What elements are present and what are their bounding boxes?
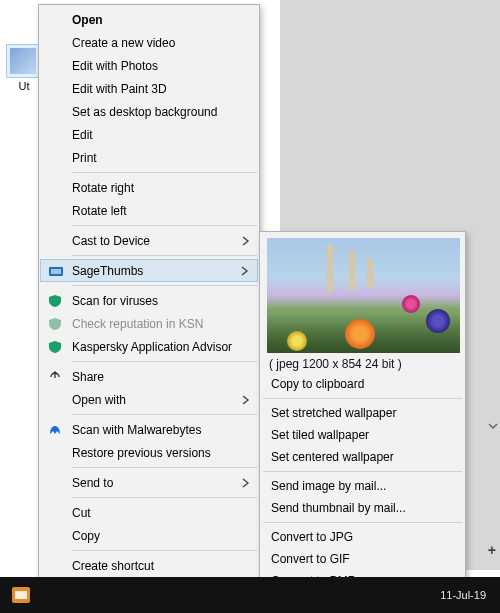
- menu-scan-viruses[interactable]: Scan for viruses: [40, 289, 258, 312]
- menu-label: Send image by mail...: [271, 479, 386, 493]
- file-label: Ut: [6, 80, 42, 92]
- menu-restore-previous[interactable]: Restore previous versions: [40, 441, 258, 464]
- menu-label: Cut: [72, 506, 91, 520]
- menu-label: Edit: [72, 128, 93, 142]
- shield-icon: [47, 316, 63, 332]
- submenu-convert-jpg[interactable]: Convert to JPG: [261, 526, 464, 548]
- menu-separator: [263, 398, 462, 399]
- menu-set-desktop-bg[interactable]: Set as desktop background: [40, 100, 258, 123]
- submenu-wall-centered[interactable]: Set centered wallpaper: [261, 446, 464, 468]
- selected-file[interactable]: Ut: [6, 44, 42, 104]
- menu-open[interactable]: Open: [40, 8, 258, 31]
- menu-check-ksn: Check reputation in KSN: [40, 312, 258, 335]
- scrollbar-down-icon[interactable]: [487, 420, 499, 435]
- shield-icon: [47, 339, 63, 355]
- menu-label: Edit with Photos: [72, 59, 158, 73]
- chevron-right-icon: [241, 266, 249, 276]
- menu-edit-photos[interactable]: Edit with Photos: [40, 54, 258, 77]
- menu-label: Restore previous versions: [72, 446, 211, 460]
- submenu-mail-image[interactable]: Send image by mail...: [261, 475, 464, 497]
- taskbar-date[interactable]: 11-Jul-19: [426, 589, 500, 601]
- context-menu: Open Create a new video Edit with Photos…: [38, 4, 260, 613]
- submenu-convert-gif[interactable]: Convert to GIF: [261, 548, 464, 570]
- submenu-wall-tiled[interactable]: Set tiled wallpaper: [261, 424, 464, 446]
- image-preview: [267, 238, 460, 353]
- menu-separator: [72, 467, 257, 468]
- share-icon: [47, 369, 63, 385]
- menu-rotate-right[interactable]: Rotate right: [40, 176, 258, 199]
- submenu-mail-thumb[interactable]: Send thumbnail by mail...: [261, 497, 464, 519]
- menu-separator: [72, 225, 257, 226]
- file-thumbnail: [6, 44, 40, 78]
- menu-label: Rotate right: [72, 181, 134, 195]
- menu-label: Convert to JPG: [271, 530, 353, 544]
- menu-label: Convert to GIF: [271, 552, 350, 566]
- malwarebytes-icon: [47, 422, 63, 438]
- menu-separator: [72, 172, 257, 173]
- menu-kaspersky-advisor[interactable]: Kaspersky Application Advisor: [40, 335, 258, 358]
- zoom-plus-icon[interactable]: +: [488, 542, 496, 558]
- menu-label: Create shortcut: [72, 559, 154, 573]
- menu-edit[interactable]: Edit: [40, 123, 258, 146]
- menu-label: Scan with Malwarebytes: [72, 423, 201, 437]
- menu-separator: [72, 255, 257, 256]
- menu-separator: [263, 471, 462, 472]
- menu-cut[interactable]: Cut: [40, 501, 258, 524]
- submenu-preview: [261, 235, 464, 355]
- menu-label: Create a new video: [72, 36, 175, 50]
- menu-separator: [72, 285, 257, 286]
- shield-icon: [47, 293, 63, 309]
- svg-rect-1: [51, 269, 61, 274]
- menu-label: Kaspersky Application Advisor: [72, 340, 232, 354]
- menu-cast-to-device[interactable]: Cast to Device: [40, 229, 258, 252]
- menu-sagethumbs[interactable]: SageThumbs: [40, 259, 258, 282]
- sagethumbs-submenu: ( jpeg 1200 x 854 24 bit ) Copy to clipb…: [259, 231, 466, 613]
- menu-label: Open with: [72, 393, 126, 407]
- menu-label: Edit with Paint 3D: [72, 82, 167, 96]
- sagethumbs-icon: [48, 263, 64, 279]
- menu-copy[interactable]: Copy: [40, 524, 258, 547]
- menu-separator: [72, 414, 257, 415]
- menu-label: Rotate left: [72, 204, 127, 218]
- menu-print[interactable]: Print: [40, 146, 258, 169]
- menu-scan-malwarebytes[interactable]: Scan with Malwarebytes: [40, 418, 258, 441]
- menu-label: Set tiled wallpaper: [271, 428, 369, 442]
- image-meta: ( jpeg 1200 x 854 24 bit ): [261, 355, 464, 373]
- menu-separator: [263, 522, 462, 523]
- menu-separator: [72, 497, 257, 498]
- menu-label: Set centered wallpaper: [271, 450, 394, 464]
- menu-send-to[interactable]: Send to: [40, 471, 258, 494]
- menu-rotate-left[interactable]: Rotate left: [40, 199, 258, 222]
- menu-create-video[interactable]: Create a new video: [40, 31, 258, 54]
- submenu-copy-clipboard[interactable]: Copy to clipboard: [261, 373, 464, 395]
- chevron-right-icon: [242, 478, 250, 488]
- menu-share[interactable]: Share: [40, 365, 258, 388]
- menu-label: Set as desktop background: [72, 105, 217, 119]
- chevron-right-icon: [242, 236, 250, 246]
- menu-separator: [72, 361, 257, 362]
- taskbar-app-button[interactable]: [0, 577, 42, 613]
- menu-separator: [72, 550, 257, 551]
- menu-label: Cast to Device: [72, 234, 150, 248]
- menu-label: Scan for viruses: [72, 294, 158, 308]
- menu-edit-paint3d[interactable]: Edit with Paint 3D: [40, 77, 258, 100]
- chevron-right-icon: [242, 395, 250, 405]
- menu-label: SageThumbs: [72, 264, 143, 278]
- submenu-wall-stretched[interactable]: Set stretched wallpaper: [261, 402, 464, 424]
- menu-label: Open: [72, 13, 103, 27]
- taskbar: 11-Jul-19: [0, 577, 500, 613]
- menu-label: Set stretched wallpaper: [271, 406, 396, 420]
- menu-label: Send thumbnail by mail...: [271, 501, 406, 515]
- menu-label: Send to: [72, 476, 113, 490]
- menu-label: Check reputation in KSN: [72, 317, 203, 331]
- menu-create-shortcut[interactable]: Create shortcut: [40, 554, 258, 577]
- menu-label: Share: [72, 370, 104, 384]
- menu-label: Print: [72, 151, 97, 165]
- menu-label: Copy: [72, 529, 100, 543]
- menu-open-with[interactable]: Open with: [40, 388, 258, 411]
- menu-label: Copy to clipboard: [271, 377, 364, 391]
- svg-rect-3: [15, 591, 27, 599]
